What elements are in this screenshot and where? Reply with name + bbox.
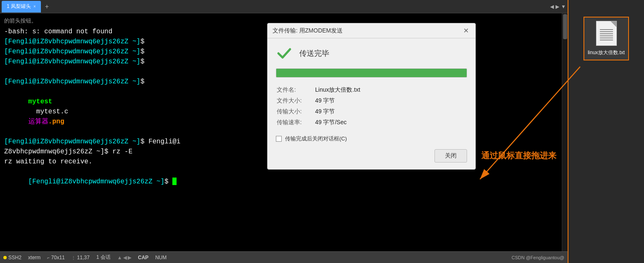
transfer-rate-label: 传输速率:: [277, 118, 314, 128]
filename-label: 文件名:: [277, 85, 314, 95]
file-line-3: [600, 33, 613, 34]
tab-close-icon[interactable]: ×: [33, 4, 36, 9]
term-line-8: [Fengli@iZ8vbhcpwdmnwq6ejjs26zZ ~]$: [4, 167, 563, 197]
info-row-filename: 文件名: Linux放大倍数.txt: [277, 85, 466, 95]
dialog-body: 传送完毕 文件名: Linux放大倍数.txt 文件大小: 49 字节 传输大小…: [268, 38, 475, 169]
arrow-left-icon[interactable]: ◀: [123, 255, 127, 260]
status-dot-yellow: [3, 256, 7, 259]
right-panel: linux放大倍数.txt: [568, 0, 644, 263]
file-label: linux放大倍数.txt: [588, 49, 625, 56]
dialog-title: 文件传输: 用ZMODEM发送: [273, 27, 343, 35]
filesize-label: 文件大小:: [277, 96, 314, 106]
status-size: ⌐ 70x11: [47, 255, 65, 260]
status-sessions: 1 会话: [96, 254, 111, 261]
file-line-4: [600, 35, 613, 36]
dialog-success-row: 传送完毕: [276, 45, 467, 62]
scrollbar-thumb[interactable]: [563, 14, 567, 39]
close-dialog-button[interactable]: 关闭: [434, 149, 467, 163]
info-row-transfer-rate: 传输速率: 49 字节/Sec: [277, 118, 466, 128]
file-line-5: [600, 38, 613, 38]
annotation-text: 通过鼠标直接拖进来: [473, 150, 556, 161]
terminal-scrollbar[interactable]: [562, 13, 568, 263]
file-line-2: [600, 31, 613, 32]
zmodem-dialog: 文件传输: 用ZMODEM发送 ✕ 传送完毕 文件名: Linux放大倍数.tx…: [267, 23, 476, 170]
annotation-label: 通过鼠标直接拖进来: [481, 151, 556, 160]
file-line-1: [600, 29, 613, 30]
arrow-up-icon[interactable]: ▲: [117, 255, 122, 260]
file-icon: [596, 21, 617, 46]
file-line-6: [600, 40, 613, 40]
tab-add-button[interactable]: +: [42, 2, 52, 11]
terminal-tab-1[interactable]: 1 凤梨罐头 ×: [2, 1, 41, 13]
status-cap: CAP: [138, 255, 149, 260]
status-arrows[interactable]: ▲ ◀ ▶: [117, 255, 131, 260]
status-num: NUM: [155, 255, 167, 260]
dialog-titlebar: 文件传输: 用ZMODEM发送 ✕: [268, 23, 475, 38]
nav-right-icon[interactable]: ▶: [556, 4, 559, 10]
info-row-filesize: 文件大小: 49 字节: [277, 96, 466, 106]
filesize-value: 49 字节: [315, 96, 466, 106]
dialog-success-text: 传送完毕: [299, 48, 329, 58]
status-xterm: xterm: [28, 255, 40, 260]
file-icon-container[interactable]: linux放大倍数.txt: [583, 17, 629, 60]
arrow-right-icon[interactable]: ▶: [128, 255, 131, 260]
nav-left-icon[interactable]: ◀: [550, 4, 554, 10]
status-ssh-label: SSH2: [8, 255, 21, 260]
info-row-transfer-size: 传输大小: 49 字节: [277, 107, 466, 117]
terminal-tab-bar: 1 凤梨罐头 × + ◀ ▶ ▼: [0, 0, 568, 13]
status-bar: SSH2 xterm ⌐ 70x11 ⋮ 11,37 1 会话 ▲ ◀ ▶ CA…: [0, 251, 568, 263]
transfer-size-value: 49 字节: [315, 107, 466, 117]
status-position: ⋮ 11,37: [71, 255, 89, 260]
nav-down-icon[interactable]: ▼: [561, 4, 566, 10]
transfer-rate-value: 49 字节/Sec: [315, 118, 466, 128]
checkbox-label: 传输完成后关闭对话框(C): [285, 135, 347, 143]
filename-value: Linux放大倍数.txt: [315, 85, 466, 95]
dialog-info-table: 文件名: Linux放大倍数.txt 文件大小: 49 字节 传输大小: 49 …: [276, 84, 467, 128]
tab-label: 1 凤梨罐头: [7, 3, 31, 10]
progress-bar: [276, 68, 467, 78]
auto-close-checkbox[interactable]: [276, 136, 282, 142]
dialog-x-button[interactable]: ✕: [462, 27, 470, 35]
watermark: CSDN @Fengliguantou@: [512, 255, 564, 260]
file-icon-lines: [600, 29, 613, 40]
checkmark-icon: [276, 45, 293, 62]
progress-bar-fill: [276, 69, 467, 77]
status-ssh: SSH2: [3, 255, 21, 260]
transfer-size-label: 传输大小:: [277, 107, 314, 117]
dialog-close-action: 关闭: [276, 149, 467, 163]
dialog-checkbox-row: 传输完成后关闭对话框(C): [276, 135, 467, 143]
